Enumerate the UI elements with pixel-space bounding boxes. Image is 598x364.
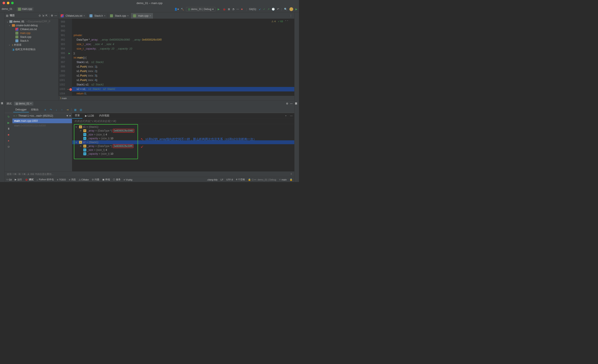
status-services[interactable]: ⬠ 服务: [113, 178, 121, 181]
line-number-gutter: 9889899909919929939949959969979989991000…: [58, 19, 67, 96]
new-watch-icon[interactable]: +: [283, 114, 288, 117]
avatar-icon[interactable]: [289, 7, 293, 11]
resume-icon[interactable]: ▶: [6, 120, 11, 125]
stop-icon[interactable]: [241, 8, 244, 11]
var-row[interactable]: 01 _size = {size_t} 4: [72, 148, 294, 152]
status-python[interactable]: ⬨ Python 软件包: [36, 178, 54, 181]
ide-icon[interactable]: ▶: [295, 8, 297, 11]
project-select-icon[interactable]: ⊙: [39, 14, 41, 17]
mute-bp-icon[interactable]: ⊘: [6, 144, 11, 149]
tree-item[interactable]: Stack.cpp: [5, 35, 58, 39]
user-icon[interactable]: 👤▾: [174, 8, 179, 11]
status-cmake[interactable]: △ CMake: [79, 178, 89, 181]
status-vcpkg[interactable]: ≡ Vcpkg: [124, 178, 133, 181]
frame-prev[interactable]: ‹: [14, 114, 15, 117]
frame-row[interactable]: main main.cpp:1003: [12, 119, 72, 123]
tree-root[interactable]: ⌄ demo_01 ~/Documents/CPP_P: [5, 20, 58, 24]
tree-scratch[interactable]: ◨ 临时文件和控制台: [5, 47, 58, 52]
search-icon[interactable]: 🔍: [284, 8, 287, 11]
editor-tab[interactable]: Stack.cpp ×: [108, 13, 131, 19]
project-collapse-icon[interactable]: ⇱: [45, 14, 48, 17]
var-row[interactable]: 01 _size = {size_t} 4: [72, 133, 294, 136]
tree-item[interactable]: CMakeLists.txt: [5, 27, 58, 31]
vars-tab[interactable]: 变量: [72, 113, 83, 119]
debugger-tab[interactable]: Debugger: [13, 107, 29, 112]
project-settings-icon[interactable]: ⚙: [51, 14, 53, 17]
debug-hide-icon[interactable]: —: [290, 102, 293, 105]
tree-ext-lib[interactable]: ›⫴ 外部库: [5, 43, 58, 47]
profile-icon[interactable]: ◔: [232, 8, 234, 11]
project-view-icon[interactable]: ▤: [6, 14, 8, 17]
git-history-icon[interactable]: 🕐: [272, 8, 275, 11]
more-run-icon[interactable]: ⋯: [236, 8, 239, 11]
var-row[interactable]: v≡ s1 = {Stack1}: [72, 125, 294, 129]
minimize-window[interactable]: [7, 2, 9, 4]
git-commit-icon[interactable]: ✓: [263, 8, 265, 11]
var-row[interactable]: 01 _capacity = {size_t} 10: [72, 152, 294, 156]
coverage-icon[interactable]: ⊞: [228, 8, 230, 11]
status-messages[interactable]: ≡ 消息: [69, 178, 76, 181]
project-hide-icon[interactable]: —: [54, 14, 57, 17]
status-branch[interactable]: ⑂ main: [279, 178, 287, 181]
lldb-tab[interactable]: ▶ LLDB: [83, 113, 97, 118]
editor-tab[interactable]: main.cpp ×: [131, 13, 153, 19]
project-expand-icon[interactable]: ⇲: [42, 14, 44, 17]
debug-icon[interactable]: [223, 8, 226, 11]
step-over-icon[interactable]: ↷: [49, 108, 53, 112]
step-into-icon[interactable]: ↓: [54, 108, 58, 112]
status-run[interactable]: ▶ 运行: [15, 178, 22, 181]
tool-project[interactable]: 项目: [0, 99, 4, 102]
evaluate-icon[interactable]: ▦: [74, 108, 77, 112]
close-window[interactable]: [3, 2, 5, 4]
stop-debug-icon[interactable]: ■: [6, 132, 11, 137]
console-tab[interactable]: 控制台: [29, 107, 41, 112]
inspection-badge[interactable]: ⚠ 4 ✓ 63 ˄ ˅: [271, 19, 288, 24]
git-update-icon[interactable]: ↙: [259, 8, 261, 11]
status-terminal[interactable]: ▣ 终端: [102, 178, 110, 181]
editor-tab[interactable]: Stack.h ×: [87, 13, 108, 19]
build-icon[interactable]: [181, 8, 184, 11]
status-debug[interactable]: 🐞 调试: [25, 178, 33, 181]
maximize-window[interactable]: [11, 2, 14, 4]
view-bp-icon[interactable]: ●: [6, 138, 11, 143]
editor-more-icon[interactable]: ⋮: [287, 13, 294, 19]
status-todo[interactable]: ≡ TODO: [57, 178, 66, 181]
breadcrumb-project[interactable]: demo_01: [2, 8, 12, 10]
status-encoding[interactable]: UTF-8: [226, 178, 233, 181]
vars-hide-icon[interactable]: —: [288, 114, 294, 117]
run-config-selector[interactable]: ▤ demo_01 | Debug ▾: [186, 7, 216, 11]
git-rollback-icon[interactable]: ↶: [277, 8, 279, 11]
var-row[interactable]: >≡ _array = {DataType *} 0x6000026c00f0: [72, 144, 294, 148]
frames-panel: ‹ ✓ Thread-1-<co…ead> (652912) ▼ ▾ main …: [12, 113, 72, 171]
pause-icon[interactable]: ⏸: [6, 126, 11, 131]
step-return-icon[interactable]: ≡: [43, 108, 47, 112]
debug-settings-icon[interactable]: ⚙: [286, 102, 288, 105]
frame-filter-icon[interactable]: ▼: [66, 114, 68, 117]
status-git[interactable]: ⑂ Git: [6, 178, 12, 181]
watches-icon[interactable]: ▥: [79, 108, 83, 112]
step-out-icon[interactable]: ↑: [60, 108, 64, 112]
debug-session-tab[interactable]: ▤ demo_01 ×: [14, 102, 33, 106]
status-indent[interactable]: 4 个空格: [236, 178, 245, 181]
editor-crumb-bar[interactable]: f main: [58, 96, 294, 100]
tree-item[interactable]: › cmake-build-debug: [5, 24, 58, 27]
status-clang[interactable]: .clang-tidy: [207, 178, 218, 181]
status-lock-icon[interactable]: 🔒: [290, 178, 293, 181]
frame-row[interactable]: start 0x0000000102c9d088: [12, 123, 72, 128]
rerun-icon[interactable]: ↻: [6, 114, 11, 119]
breadcrumb-file[interactable]: main.cpp: [17, 7, 33, 11]
mem-tab[interactable]: 内存视图: [97, 113, 112, 118]
code-area[interactable]: ⚠ 4 ✓ 63 ˄ ˅ private: DataType *_array; …: [72, 19, 294, 96]
thread-selector[interactable]: Thread-1-<co…ead> (652912): [18, 114, 65, 117]
status-context[interactable]: 🔒 C++: demo_01 | Debug: [248, 178, 276, 181]
editor-tab[interactable]: CMakeLists.txt ×: [58, 13, 87, 19]
status-problems[interactable]: ⊙ 问题: [92, 178, 99, 181]
status-eol[interactable]: LF: [221, 178, 223, 181]
watch-hint[interactable]: 对表达式求值(⌥⌘)或添加监视(⇧⌘): [72, 119, 294, 124]
tree-item[interactable]: main.cpp: [5, 31, 58, 35]
run-icon[interactable]: [218, 8, 221, 11]
var-row[interactable]: >≡ _array = {DataType *} 0x6000026c0060: [72, 129, 294, 133]
tree-item[interactable]: Stack.h: [5, 39, 58, 43]
run-to-cursor-icon[interactable]: ⇥: [66, 108, 69, 112]
git-push-icon[interactable]: ↗: [267, 8, 270, 11]
